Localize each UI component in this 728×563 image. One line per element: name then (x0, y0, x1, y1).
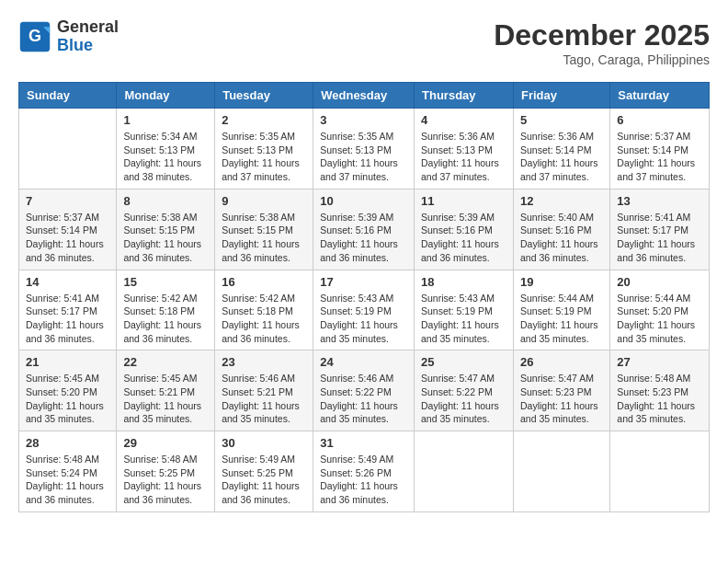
day-info: Sunrise: 5:48 AMSunset: 5:25 PMDaylight:… (123, 453, 208, 507)
calendar-cell: 29Sunrise: 5:48 AMSunset: 5:25 PMDayligh… (117, 431, 215, 512)
day-number: 19 (520, 275, 603, 289)
calendar-cell: 7Sunrise: 5:37 AMSunset: 5:14 PMDaylight… (19, 189, 117, 270)
calendar-cell: 11Sunrise: 5:39 AMSunset: 5:16 PMDayligh… (415, 189, 514, 270)
day-info: Sunrise: 5:47 AMSunset: 5:22 PMDaylight:… (421, 372, 506, 426)
day-info: Sunrise: 5:43 AMSunset: 5:19 PMDaylight:… (320, 292, 407, 346)
day-number: 20 (617, 275, 702, 289)
day-number: 17 (320, 275, 407, 289)
day-number: 26 (520, 355, 603, 369)
calendar-header-tuesday: Tuesday (215, 83, 313, 109)
day-info: Sunrise: 5:40 AMSunset: 5:16 PMDaylight:… (520, 211, 603, 265)
day-info: Sunrise: 5:47 AMSunset: 5:23 PMDaylight:… (520, 372, 603, 426)
day-info: Sunrise: 5:38 AMSunset: 5:15 PMDaylight:… (222, 211, 306, 265)
day-number: 31 (320, 436, 407, 450)
svg-text:G: G (28, 27, 41, 45)
day-info: Sunrise: 5:37 AMSunset: 5:14 PMDaylight:… (617, 130, 702, 184)
day-number: 15 (123, 275, 208, 289)
day-number: 28 (26, 436, 109, 450)
day-number: 12 (520, 194, 603, 208)
calendar-cell: 5Sunrise: 5:36 AMSunset: 5:14 PMDaylight… (513, 109, 609, 190)
day-number: 21 (26, 355, 109, 369)
calendar-header-wednesday: Wednesday (313, 83, 415, 109)
day-number: 9 (222, 194, 306, 208)
calendar-cell (415, 431, 514, 512)
day-info: Sunrise: 5:48 AMSunset: 5:24 PMDaylight:… (26, 453, 109, 507)
calendar-header-row: SundayMondayTuesdayWednesdayThursdayFrid… (19, 83, 710, 109)
calendar-header-saturday: Saturday (610, 83, 710, 109)
calendar-week-row: 1Sunrise: 5:34 AMSunset: 5:13 PMDaylight… (19, 109, 710, 190)
day-info: Sunrise: 5:49 AMSunset: 5:26 PMDaylight:… (320, 453, 407, 507)
calendar-cell: 10Sunrise: 5:39 AMSunset: 5:16 PMDayligh… (313, 189, 415, 270)
calendar-cell: 14Sunrise: 5:41 AMSunset: 5:17 PMDayligh… (19, 270, 117, 350)
day-info: Sunrise: 5:41 AMSunset: 5:17 PMDaylight:… (617, 211, 702, 265)
calendar-cell: 22Sunrise: 5:45 AMSunset: 5:21 PMDayligh… (117, 350, 215, 431)
day-number: 27 (617, 355, 702, 369)
calendar-week-row: 7Sunrise: 5:37 AMSunset: 5:14 PMDaylight… (19, 189, 710, 270)
calendar-cell: 3Sunrise: 5:35 AMSunset: 5:13 PMDaylight… (313, 109, 415, 190)
calendar-header-sunday: Sunday (19, 83, 117, 109)
day-number: 24 (320, 355, 407, 369)
calendar-header-friday: Friday (513, 83, 609, 109)
logo: G General Blue (18, 18, 119, 55)
calendar-header-monday: Monday (117, 83, 215, 109)
day-info: Sunrise: 5:45 AMSunset: 5:21 PMDaylight:… (123, 372, 208, 426)
calendar-cell: 24Sunrise: 5:46 AMSunset: 5:22 PMDayligh… (313, 350, 415, 431)
day-number: 29 (123, 436, 208, 450)
calendar-cell: 30Sunrise: 5:49 AMSunset: 5:25 PMDayligh… (215, 431, 313, 512)
page-title: December 2025 (494, 18, 710, 52)
day-number: 1 (123, 113, 208, 127)
day-number: 6 (617, 113, 702, 127)
calendar-header-thursday: Thursday (415, 83, 514, 109)
page-subtitle: Tago, Caraga, Philippines (494, 52, 710, 67)
calendar-cell: 17Sunrise: 5:43 AMSunset: 5:19 PMDayligh… (313, 270, 415, 350)
calendar-cell: 6Sunrise: 5:37 AMSunset: 5:14 PMDaylight… (610, 109, 710, 190)
day-info: Sunrise: 5:36 AMSunset: 5:14 PMDaylight:… (520, 130, 603, 184)
day-number: 13 (617, 194, 702, 208)
day-info: Sunrise: 5:39 AMSunset: 5:16 PMDaylight:… (421, 211, 506, 265)
page-header: G General Blue December 2025 Tago, Carag… (18, 18, 710, 67)
day-info: Sunrise: 5:42 AMSunset: 5:18 PMDaylight:… (123, 292, 208, 346)
calendar-cell: 1Sunrise: 5:34 AMSunset: 5:13 PMDaylight… (117, 109, 215, 190)
calendar-cell: 25Sunrise: 5:47 AMSunset: 5:22 PMDayligh… (415, 350, 514, 431)
calendar-cell: 26Sunrise: 5:47 AMSunset: 5:23 PMDayligh… (513, 350, 609, 431)
calendar-cell: 15Sunrise: 5:42 AMSunset: 5:18 PMDayligh… (117, 270, 215, 350)
calendar-cell: 23Sunrise: 5:46 AMSunset: 5:21 PMDayligh… (215, 350, 313, 431)
logo-text: General Blue (57, 18, 119, 55)
day-number: 14 (26, 275, 109, 289)
day-info: Sunrise: 5:39 AMSunset: 5:16 PMDaylight:… (320, 211, 407, 265)
calendar-week-row: 14Sunrise: 5:41 AMSunset: 5:17 PMDayligh… (19, 270, 710, 350)
day-info: Sunrise: 5:38 AMSunset: 5:15 PMDaylight:… (123, 211, 208, 265)
day-number: 2 (222, 113, 306, 127)
day-number: 8 (123, 194, 208, 208)
day-info: Sunrise: 5:35 AMSunset: 5:13 PMDaylight:… (320, 130, 407, 184)
day-info: Sunrise: 5:48 AMSunset: 5:23 PMDaylight:… (617, 372, 702, 426)
day-number: 3 (320, 113, 407, 127)
calendar-cell: 31Sunrise: 5:49 AMSunset: 5:26 PMDayligh… (313, 431, 415, 512)
logo-line2: Blue (57, 37, 119, 55)
day-info: Sunrise: 5:46 AMSunset: 5:22 PMDaylight:… (320, 372, 407, 426)
calendar-cell: 8Sunrise: 5:38 AMSunset: 5:15 PMDaylight… (117, 189, 215, 270)
day-info: Sunrise: 5:34 AMSunset: 5:13 PMDaylight:… (123, 130, 208, 184)
calendar-table: SundayMondayTuesdayWednesdayThursdayFrid… (18, 82, 710, 512)
day-info: Sunrise: 5:44 AMSunset: 5:19 PMDaylight:… (520, 292, 603, 346)
calendar-cell: 9Sunrise: 5:38 AMSunset: 5:15 PMDaylight… (215, 189, 313, 270)
day-info: Sunrise: 5:37 AMSunset: 5:14 PMDaylight:… (26, 211, 109, 265)
calendar-cell: 21Sunrise: 5:45 AMSunset: 5:20 PMDayligh… (19, 350, 117, 431)
day-info: Sunrise: 5:43 AMSunset: 5:19 PMDaylight:… (421, 292, 506, 346)
day-info: Sunrise: 5:41 AMSunset: 5:17 PMDaylight:… (26, 292, 109, 346)
calendar-cell: 20Sunrise: 5:44 AMSunset: 5:20 PMDayligh… (610, 270, 710, 350)
day-info: Sunrise: 5:42 AMSunset: 5:18 PMDaylight:… (222, 292, 306, 346)
day-info: Sunrise: 5:44 AMSunset: 5:20 PMDaylight:… (617, 292, 702, 346)
calendar-cell (610, 431, 710, 512)
day-info: Sunrise: 5:36 AMSunset: 5:13 PMDaylight:… (421, 130, 506, 184)
calendar-cell: 27Sunrise: 5:48 AMSunset: 5:23 PMDayligh… (610, 350, 710, 431)
calendar-cell: 4Sunrise: 5:36 AMSunset: 5:13 PMDaylight… (415, 109, 514, 190)
day-number: 30 (222, 436, 306, 450)
day-number: 7 (26, 194, 109, 208)
day-number: 18 (421, 275, 506, 289)
day-number: 11 (421, 194, 506, 208)
calendar-cell: 28Sunrise: 5:48 AMSunset: 5:24 PMDayligh… (19, 431, 117, 512)
calendar-cell: 13Sunrise: 5:41 AMSunset: 5:17 PMDayligh… (610, 189, 710, 270)
calendar-week-row: 21Sunrise: 5:45 AMSunset: 5:20 PMDayligh… (19, 350, 710, 431)
day-info: Sunrise: 5:35 AMSunset: 5:13 PMDaylight:… (222, 130, 306, 184)
